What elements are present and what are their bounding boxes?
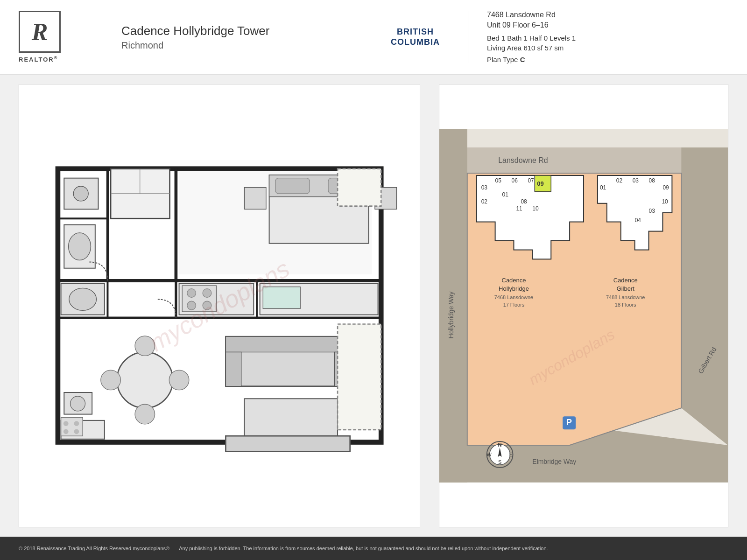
building1-name: Cadence bbox=[502, 277, 526, 284]
building2-name: Cadence bbox=[613, 277, 638, 284]
svg-text:17 Floors: 17 Floors bbox=[503, 302, 525, 308]
svg-point-35 bbox=[135, 405, 155, 425]
footer-disclaimer: Any publishing is forbidden. The informa… bbox=[179, 546, 728, 551]
logo-section: R REALTOR® bbox=[19, 11, 93, 63]
svg-text:11: 11 bbox=[516, 205, 522, 212]
svg-point-6 bbox=[68, 233, 91, 260]
svg-rect-42 bbox=[244, 399, 338, 436]
building-info: Cadence Hollybridge Tower Richmond bbox=[121, 24, 363, 51]
svg-marker-58 bbox=[681, 147, 728, 445]
svg-text:10: 10 bbox=[662, 198, 668, 205]
svg-text:09: 09 bbox=[662, 184, 669, 191]
map-svg: 02 03 05 06 07 01 08 10 11 09 0 bbox=[439, 84, 728, 527]
svg-point-23 bbox=[69, 288, 97, 311]
svg-point-53 bbox=[74, 429, 79, 434]
svg-point-52 bbox=[63, 429, 69, 434]
svg-point-8 bbox=[73, 186, 88, 201]
svg-text:10: 10 bbox=[532, 205, 539, 212]
floorplan-section: mycondoplans bbox=[19, 84, 420, 527]
svg-rect-18 bbox=[244, 188, 266, 210]
svg-point-37 bbox=[169, 370, 189, 390]
svg-text:01: 01 bbox=[502, 191, 509, 198]
svg-text:08: 08 bbox=[649, 177, 655, 184]
property-unit: Unit 09 Floor 6–16 bbox=[487, 21, 728, 29]
bc-logo-text: BRITISH COLUMBIA bbox=[391, 27, 440, 47]
svg-rect-45 bbox=[338, 169, 381, 206]
svg-point-31 bbox=[203, 301, 211, 310]
svg-text:18 Floors: 18 Floors bbox=[615, 302, 636, 308]
realtor-logo-letter: R bbox=[32, 18, 48, 46]
page-wrapper: R REALTOR® Cadence Hollybridge Tower Ric… bbox=[0, 0, 747, 560]
realtor-logo-box: R bbox=[19, 11, 61, 53]
svg-point-48 bbox=[70, 396, 85, 411]
svg-text:N: N bbox=[498, 442, 502, 448]
svg-text:03: 03 bbox=[481, 184, 488, 191]
property-specs-line2: Living Area 610 sf 57 sm bbox=[487, 44, 728, 52]
floorplan-svg bbox=[39, 106, 400, 504]
svg-point-36 bbox=[101, 370, 121, 390]
svg-text:05: 05 bbox=[495, 177, 502, 184]
road-lansdowne-label: Lansdowne Rd bbox=[498, 156, 548, 164]
svg-point-29 bbox=[203, 289, 211, 298]
svg-text:Gilbert: Gilbert bbox=[617, 285, 635, 292]
plan-type: Plan Type C bbox=[487, 56, 728, 63]
svg-rect-43 bbox=[226, 436, 350, 452]
svg-rect-32 bbox=[263, 287, 300, 309]
svg-rect-39 bbox=[226, 337, 350, 352]
main-content: mycondoplans bbox=[0, 75, 747, 537]
property-details: 7468 Lansdowne Rd Unit 09 Floor 6–16 Bed… bbox=[468, 11, 728, 63]
road-elmbridge-label: Elmbridge Way bbox=[532, 458, 576, 465]
svg-point-33 bbox=[117, 352, 173, 408]
road-hollybridge-label: Hollybridge Way bbox=[447, 291, 455, 338]
svg-text:S: S bbox=[498, 459, 501, 465]
svg-text:Hollybridge: Hollybridge bbox=[499, 285, 529, 292]
building-name: Cadence Hollybridge Tower bbox=[121, 24, 363, 38]
svg-rect-44 bbox=[338, 324, 381, 430]
footer-copyright: © 2018 Renaissance Trading All Rights Re… bbox=[19, 546, 169, 551]
svg-text:02: 02 bbox=[616, 177, 623, 184]
svg-point-30 bbox=[187, 301, 196, 310]
svg-text:E: E bbox=[509, 452, 513, 457]
svg-point-34 bbox=[135, 336, 155, 356]
realtor-label: REALTOR® bbox=[19, 56, 58, 63]
svg-text:07: 07 bbox=[528, 177, 534, 184]
property-address: 7468 Lansdowne Rd bbox=[487, 11, 728, 19]
svg-text:06: 06 bbox=[512, 177, 518, 184]
svg-text:03: 03 bbox=[649, 208, 655, 214]
svg-point-50 bbox=[63, 421, 69, 427]
svg-text:7488 Lansdowne: 7488 Lansdowne bbox=[606, 294, 645, 300]
svg-text:P: P bbox=[566, 418, 572, 427]
bc-logo: BRITISH COLUMBIA bbox=[391, 27, 440, 47]
svg-text:09: 09 bbox=[537, 180, 543, 187]
svg-text:03: 03 bbox=[633, 177, 639, 184]
footer: © 2018 Renaissance Trading All Rights Re… bbox=[0, 537, 747, 560]
header: R REALTOR® Cadence Hollybridge Tower Ric… bbox=[0, 0, 747, 75]
svg-text:04: 04 bbox=[635, 217, 641, 224]
svg-point-51 bbox=[74, 421, 79, 427]
svg-rect-40 bbox=[226, 352, 241, 386]
city-name: Richmond bbox=[121, 40, 363, 51]
svg-text:08: 08 bbox=[521, 198, 527, 205]
svg-text:02: 02 bbox=[481, 198, 488, 205]
svg-text:7468 Lansdowne: 7468 Lansdowne bbox=[494, 294, 533, 300]
map-section: 02 03 05 06 07 01 08 10 11 09 0 bbox=[439, 84, 728, 527]
svg-text:W: W bbox=[486, 452, 492, 457]
svg-rect-15 bbox=[275, 178, 310, 194]
svg-text:01: 01 bbox=[600, 184, 606, 191]
svg-rect-27 bbox=[182, 286, 216, 312]
svg-point-28 bbox=[187, 289, 196, 298]
property-specs-line1: Bed 1 Bath 1 Half 0 Levels 1 bbox=[487, 34, 728, 42]
plan-type-value: C bbox=[520, 56, 525, 63]
